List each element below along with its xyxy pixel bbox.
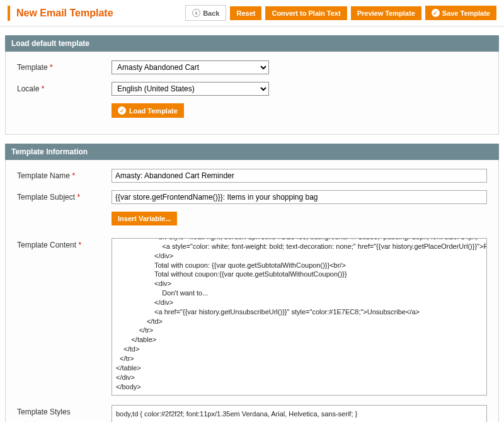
convert-button[interactable]: Convert to Plain Text: [265, 6, 346, 20]
template-name-input[interactable]: [112, 169, 487, 183]
page-title: New Email Template: [16, 8, 113, 19]
load-button-row: Load Template: [17, 103, 487, 118]
load-button-control: Load Template: [112, 103, 487, 118]
template-info-body: Template Name * Template Subject * Inser…: [5, 160, 499, 422]
insert-variable-label: Insert Variable...: [118, 215, 171, 222]
required-asterisk: *: [42, 84, 45, 93]
name-row: Template Name *: [17, 169, 487, 183]
content-label: Template Content *: [17, 238, 112, 249]
empty-label: [17, 103, 112, 106]
convert-label: Convert to Plain Text: [272, 9, 340, 17]
subject-control: [112, 190, 487, 204]
check-icon: [432, 9, 440, 17]
styles-label-text: Template Styles: [17, 408, 71, 416]
template-label-text: Template: [17, 63, 48, 72]
styles-control: [112, 405, 487, 422]
load-default-header: Load default template: [5, 35, 499, 52]
content-row: Template Content *: [17, 238, 487, 397]
locale-control: English (United States): [112, 82, 487, 96]
insert-variable-button[interactable]: Insert Variable...: [112, 212, 177, 225]
locale-label-text: Locale: [17, 84, 39, 93]
back-button[interactable]: Back: [185, 5, 226, 21]
preview-label: Preview Template: [357, 9, 415, 17]
check-icon: [118, 106, 126, 115]
locale-row: Locale * English (United States): [17, 82, 487, 96]
styles-label: Template Styles: [17, 405, 112, 416]
required-asterisk: *: [50, 63, 53, 72]
preview-button[interactable]: Preview Template: [351, 6, 421, 20]
name-control: [112, 169, 487, 183]
template-content-textarea[interactable]: [112, 238, 487, 396]
template-select[interactable]: Amasty Abandoned Cart: [112, 60, 269, 74]
required-asterisk: *: [78, 241, 81, 249]
insert-variable-control: Insert Variable...: [112, 212, 487, 225]
locale-select[interactable]: English (United States): [112, 82, 269, 96]
insert-variable-row: Insert Variable...: [17, 212, 487, 231]
template-label: Template *: [17, 60, 112, 72]
template-info-header: Template Information: [5, 144, 499, 160]
required-asterisk: *: [77, 193, 80, 202]
header-buttons: Back Reset Convert to Plain Text Preview…: [185, 5, 496, 21]
load-template-button[interactable]: Load Template: [112, 103, 184, 118]
template-row: Template * Amasty Abandoned Cart: [17, 60, 487, 74]
template-subject-input[interactable]: [112, 190, 487, 204]
name-label: Template Name *: [17, 169, 112, 180]
content-control: [112, 238, 487, 397]
reset-button[interactable]: Reset: [230, 6, 261, 20]
back-arrow-icon: [192, 9, 200, 17]
content-label-text: Template Content: [17, 241, 76, 249]
template-styles-textarea[interactable]: [112, 405, 487, 422]
back-label: Back: [203, 9, 219, 17]
locale-label: Locale *: [17, 82, 112, 93]
required-asterisk: *: [72, 171, 75, 180]
save-label: Save Template: [442, 9, 490, 17]
page-header: New Email Template Back Reset Convert to…: [0, 0, 504, 26]
name-label-text: Template Name: [17, 171, 70, 180]
subject-label-text: Template Subject: [17, 193, 75, 202]
subject-row: Template Subject *: [17, 190, 487, 204]
reset-label: Reset: [236, 9, 255, 17]
header-accent: [8, 6, 10, 21]
save-button[interactable]: Save Template: [425, 6, 496, 20]
empty-label: [17, 212, 112, 214]
template-control: Amasty Abandoned Cart: [112, 60, 487, 74]
subject-label: Template Subject *: [17, 190, 112, 202]
styles-row: Template Styles: [17, 405, 487, 422]
load-default-body: Template * Amasty Abandoned Cart Locale …: [5, 52, 499, 135]
load-template-label: Load Template: [129, 107, 178, 115]
